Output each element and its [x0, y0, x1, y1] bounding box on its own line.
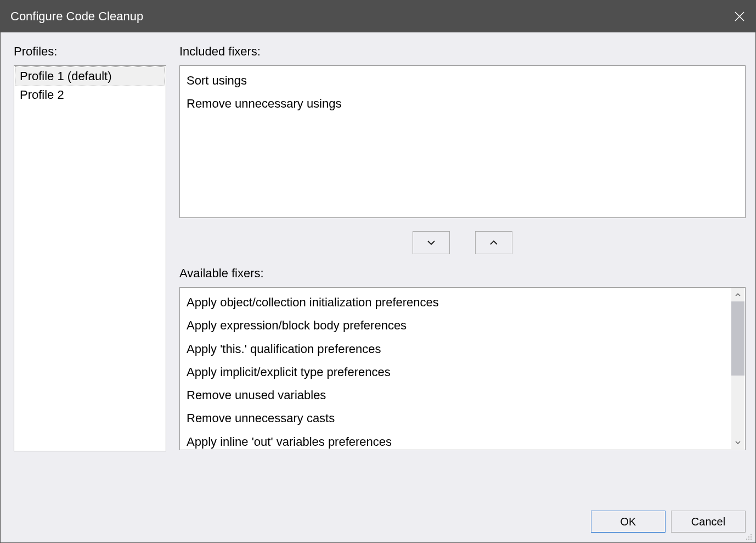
- titlebar: Configure Code Cleanup: [1, 1, 755, 32]
- list-item[interactable]: Apply object/collection initialization p…: [185, 291, 727, 314]
- svg-point-3: [748, 536, 749, 538]
- list-item[interactable]: Apply 'this.' qualification preferences: [185, 338, 727, 361]
- fixers-column: Included fixers: Sort usings Remove unne…: [179, 44, 746, 494]
- dialog-window: Configure Code Cleanup Profiles: Profile…: [0, 0, 756, 543]
- included-fixers-label: Included fixers:: [179, 44, 746, 59]
- list-item[interactable]: Remove unnecessary usings: [185, 92, 740, 115]
- close-icon: [734, 11, 745, 22]
- move-buttons-row: [179, 218, 746, 266]
- list-item[interactable]: Sort usings: [185, 69, 740, 92]
- move-down-button[interactable]: [413, 231, 450, 254]
- svg-point-4: [751, 536, 752, 538]
- chevron-up-icon: [489, 239, 499, 246]
- scroll-thumb[interactable]: [731, 301, 744, 376]
- included-fixers-listbox[interactable]: Sort usings Remove unnecessary usings: [179, 65, 746, 218]
- window-title: Configure Code Cleanup: [10, 9, 143, 24]
- resize-grip[interactable]: [743, 530, 752, 539]
- svg-point-5: [746, 539, 747, 540]
- profiles-listbox[interactable]: Profile 1 (default) Profile 2: [14, 65, 166, 451]
- chevron-down-icon: [426, 239, 436, 246]
- available-fixers-label: Available fixers:: [179, 266, 746, 281]
- chevron-down-icon: [735, 440, 741, 445]
- move-up-button[interactable]: [475, 231, 512, 254]
- list-item[interactable]: Apply expression/block body preferences: [185, 314, 727, 337]
- available-fixers-listbox[interactable]: Apply object/collection initialization p…: [179, 287, 746, 450]
- scroll-up-button[interactable]: [731, 288, 744, 301]
- list-item[interactable]: Apply implicit/explicit type preferences: [185, 361, 727, 384]
- scroll-down-button[interactable]: [731, 436, 744, 449]
- profiles-label: Profiles:: [14, 44, 166, 59]
- profiles-column: Profiles: Profile 1 (default) Profile 2: [14, 44, 166, 494]
- chevron-up-icon: [735, 293, 741, 297]
- scroll-track[interactable]: [731, 301, 744, 436]
- ok-button[interactable]: OK: [591, 511, 665, 533]
- close-button[interactable]: [724, 1, 755, 32]
- scrollbar[interactable]: [731, 288, 744, 449]
- list-item[interactable]: Remove unused variables: [185, 384, 727, 407]
- main-area: Profiles: Profile 1 (default) Profile 2 …: [14, 44, 746, 494]
- svg-point-6: [748, 539, 749, 540]
- profile-item[interactable]: Profile 1 (default): [15, 67, 165, 86]
- profile-item[interactable]: Profile 2: [15, 86, 165, 104]
- list-item[interactable]: Apply inline 'out' variables preferences: [185, 430, 727, 450]
- list-item[interactable]: Remove unnecessary casts: [185, 407, 727, 430]
- resize-grip-icon: [743, 531, 752, 540]
- svg-point-2: [751, 534, 752, 535]
- cancel-button[interactable]: Cancel: [671, 511, 746, 533]
- dialog-content: Profiles: Profile 1 (default) Profile 2 …: [1, 32, 755, 542]
- svg-point-7: [751, 539, 752, 540]
- dialog-buttons: OK Cancel: [14, 494, 746, 542]
